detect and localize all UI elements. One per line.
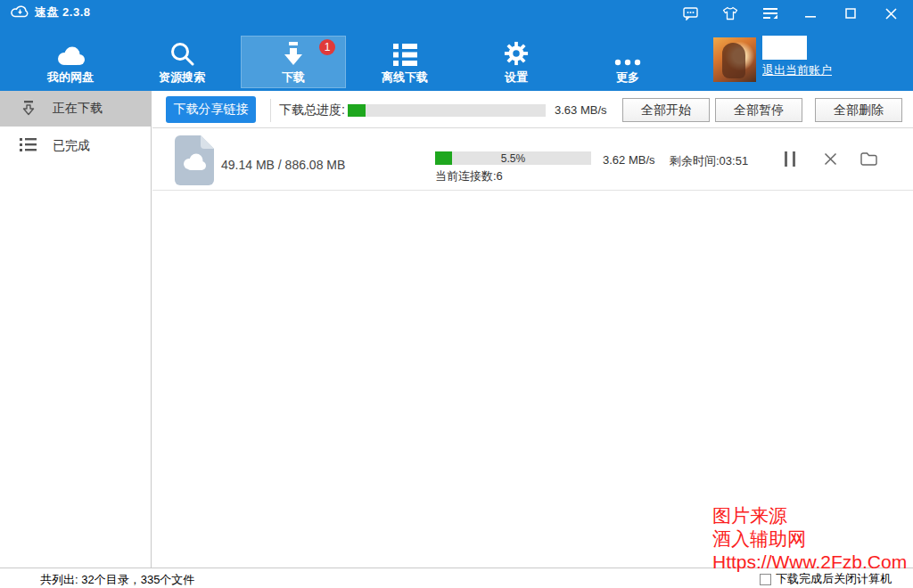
- app-title-group: 速盘 2.3.8: [11, 4, 91, 20]
- shutdown-after-download-option[interactable]: 下载完成后关闭计算机: [760, 571, 892, 587]
- avatar-art: [722, 43, 745, 78]
- nav-tab-more[interactable]: 更多: [575, 36, 680, 88]
- nav-tab-label: 资源搜索: [159, 69, 205, 86]
- toolbar-divider: [270, 99, 271, 122]
- header: 速盘 2.3.8: [0, 0, 913, 91]
- nav-tab-download[interactable]: 下载 1: [241, 36, 346, 88]
- download-toolbar: 下载分享链接 下载总进度: 3.63 MB/s 全部开始 全部暂停 全部删除: [152, 91, 913, 128]
- titlebar: 速盘 2.3.8: [0, 0, 913, 27]
- download-task-row[interactable]: 49.14 MB / 886.08 MB 5.5% 当前连接数:6 3.62 M…: [152, 128, 913, 191]
- minimize-icon[interactable]: [797, 0, 824, 27]
- total-progress-bar: [348, 104, 546, 117]
- app-window: 速盘 2.3.8: [0, 0, 913, 588]
- status-bar: 共列出: 32个目录，335个文件 下载完成后关闭计算机: [0, 568, 913, 588]
- sidebar-item-downloading[interactable]: 正在下载: [0, 91, 151, 127]
- pause-all-button[interactable]: 全部暂停: [715, 98, 802, 122]
- delete-all-button[interactable]: 全部删除: [815, 98, 902, 122]
- offline-list-icon: [393, 39, 417, 66]
- open-folder-icon[interactable]: [857, 148, 880, 169]
- nav-tab-label: 我的网盘: [47, 69, 94, 86]
- sidebar-item-completed[interactable]: 已完成: [0, 127, 151, 165]
- watermark-line: 图片来源: [712, 504, 907, 527]
- file-size-text: 49.14 MB / 886.08 MB: [221, 158, 345, 172]
- item-progress-percent: 5.5%: [435, 152, 591, 165]
- search-icon: [169, 39, 194, 66]
- nav-tab-search[interactable]: 资源搜索: [129, 36, 234, 88]
- titlebar-controls: [663, 0, 904, 27]
- sidebar-item-label: 已完成: [53, 138, 90, 154]
- start-all-button[interactable]: 全部开始: [622, 98, 710, 122]
- listing-summary-text: 共列出: 32个目录，335个文件: [40, 572, 194, 588]
- sidebar-item-label: 正在下载: [53, 101, 103, 117]
- nav-tab-label: 更多: [616, 69, 639, 86]
- username-censor-box: [762, 36, 807, 60]
- nav-tab-offline-download[interactable]: 离线下载: [352, 36, 457, 88]
- pause-task-icon[interactable]: [778, 148, 802, 169]
- shutdown-checkbox[interactable]: [760, 574, 771, 585]
- sidebar: 正在下载 已完成: [0, 91, 152, 568]
- nav-tab-my-drive[interactable]: 我的网盘: [18, 36, 123, 88]
- completed-list-icon: [20, 137, 37, 155]
- message-icon[interactable]: [677, 0, 703, 27]
- user-avatar[interactable]: [713, 37, 756, 82]
- watermark-text: 图片来源 酒入辅助网 Https://Www.2Fzb.Com: [712, 504, 907, 574]
- gear-icon: [504, 39, 529, 66]
- logout-link[interactable]: 退出当前账户: [762, 62, 832, 78]
- watermark-line: 酒入辅助网: [712, 527, 907, 551]
- more-dots-icon: [614, 39, 641, 66]
- download-count-badge: 1: [319, 39, 335, 55]
- connections-text: 当前连接数:6: [435, 168, 503, 184]
- remaining-time-text: 剩余时间:03:51: [670, 153, 748, 169]
- total-progress-label: 下载总进度:: [279, 102, 345, 118]
- nav-tab-label: 离线下载: [382, 69, 428, 86]
- nav-tab-label: 下载: [282, 69, 305, 86]
- app-title: 速盘 2.3.8: [35, 4, 91, 20]
- nav-tab-label: 设置: [505, 69, 528, 86]
- total-speed-text: 3.63 MB/s: [555, 103, 607, 117]
- app-logo-cloud-icon: [11, 4, 29, 20]
- download-share-link-button[interactable]: 下载分享链接: [166, 96, 256, 123]
- item-speed-text: 3.62 MB/s: [603, 153, 655, 167]
- downloading-icon: [20, 100, 37, 118]
- total-progress-fill: [348, 104, 366, 117]
- item-progress-bar: 5.5%: [435, 151, 591, 165]
- cloud-icon: [54, 39, 86, 66]
- cloud-file-icon: [175, 135, 214, 188]
- skin-icon[interactable]: [717, 0, 744, 27]
- download-arrow-icon: [280, 39, 307, 66]
- maximize-icon[interactable]: [837, 0, 864, 27]
- nav-tab-settings[interactable]: 设置: [464, 36, 569, 88]
- remove-task-icon[interactable]: [818, 148, 842, 169]
- task-list-icon[interactable]: [757, 0, 784, 27]
- shutdown-checkbox-label: 下载完成后关闭计算机: [776, 571, 892, 587]
- close-icon[interactable]: [877, 0, 904, 27]
